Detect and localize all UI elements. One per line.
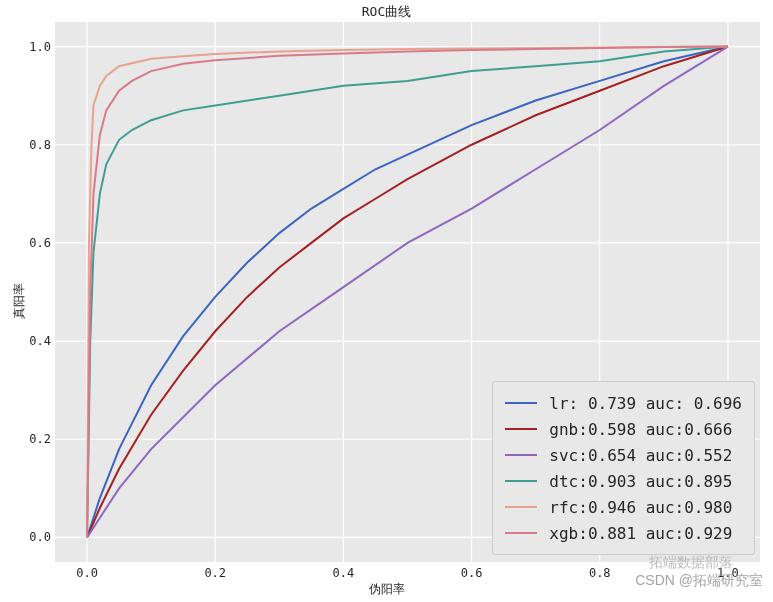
legend-label: xgb:0.881 auc:0.929 [549,524,732,543]
watermark-sub: 拓端数据部落 [649,554,733,572]
legend-swatch [505,454,537,456]
legend-label: lr: 0.739 auc: 0.696 [549,394,742,413]
legend-swatch [505,506,537,508]
legend-item-lr: lr: 0.739 auc: 0.696 [505,390,742,416]
legend-item-gnb: gnb:0.598 auc:0.666 [505,416,742,442]
legend-swatch [505,480,537,482]
x-tick-label: 0.4 [333,566,355,580]
y-tick-label: 1.0 [11,40,51,54]
legend-item-dtc: dtc:0.903 auc:0.895 [505,468,742,494]
y-tick-label: 0.6 [11,236,51,250]
x-tick-label: 0.2 [204,566,226,580]
legend-item-xgb: xgb:0.881 auc:0.929 [505,520,742,546]
legend-item-svc: svc:0.654 auc:0.552 [505,442,742,468]
legend-swatch [505,402,537,404]
watermark-main: CSDN @拓端研究室 [635,572,763,590]
y-tick-label: 0.8 [11,138,51,152]
legend-label: rfc:0.946 auc:0.980 [549,498,732,517]
x-tick-label: 0.0 [76,566,98,580]
x-tick-label: 0.8 [589,566,611,580]
legend: lr: 0.739 auc: 0.696gnb:0.598 auc:0.666s… [492,381,755,555]
chart-title: ROC曲线 [0,3,773,21]
legend-label: svc:0.654 auc:0.552 [549,446,732,465]
y-tick-label: 0.4 [11,334,51,348]
legend-item-rfc: rfc:0.946 auc:0.980 [505,494,742,520]
legend-label: dtc:0.903 auc:0.895 [549,472,732,491]
x-tick-label: 0.6 [461,566,483,580]
y-tick-label: 0.2 [11,432,51,446]
y-axis-label: 真阳率 [11,283,28,319]
y-tick-label: 0.0 [11,530,51,544]
legend-label: gnb:0.598 auc:0.666 [549,420,732,439]
legend-swatch [505,428,537,430]
legend-swatch [505,532,537,534]
